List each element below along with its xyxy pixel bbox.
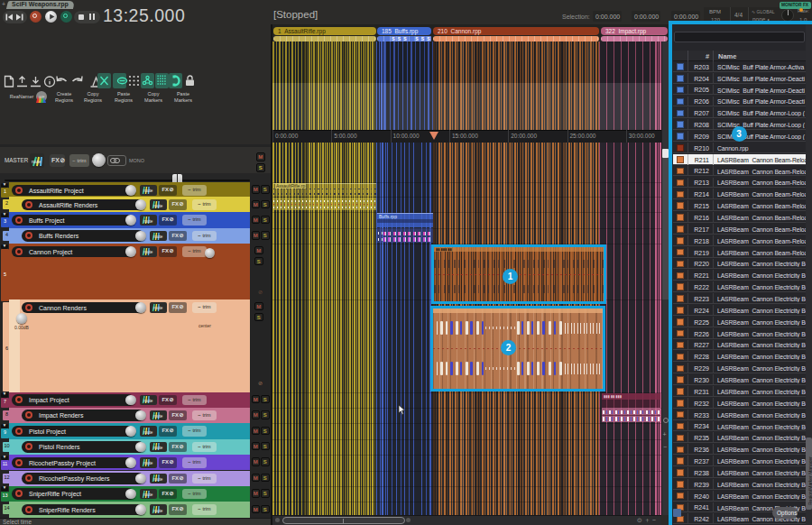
svg-text:GIF: GIF bbox=[39, 95, 45, 99]
